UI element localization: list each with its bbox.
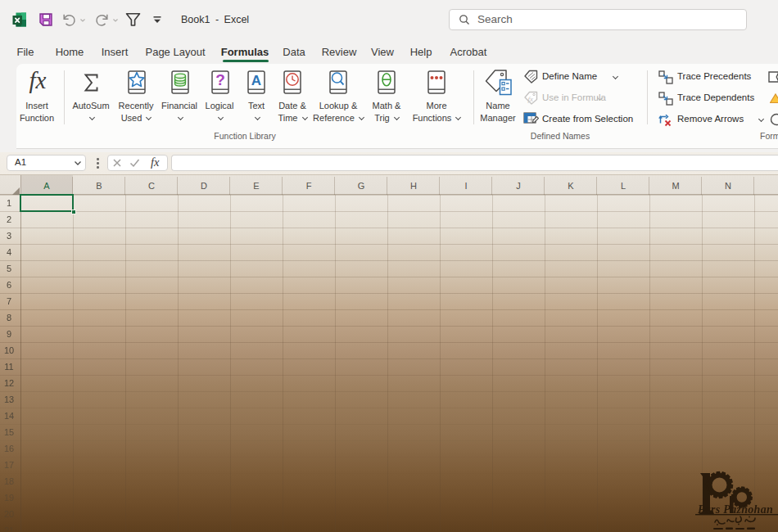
svg-text:?: ?: [215, 71, 225, 88]
svg-text:Pars Pazhohan: Pars Pazhohan: [698, 503, 773, 516]
svg-text:A: A: [251, 73, 261, 88]
svg-text:fx: fx: [528, 95, 534, 103]
